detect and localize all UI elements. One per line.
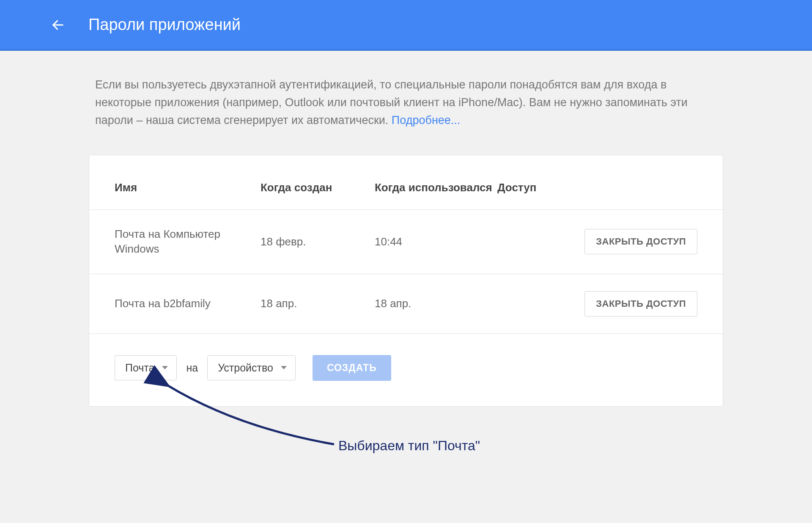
create-button[interactable]: СОЗДАТЬ [313,355,391,381]
app-type-value: Почта [125,362,154,374]
device-dropdown[interactable]: Устройство [207,355,296,380]
create-row: Почта на Устройство СОЗДАТЬ [89,334,723,406]
content: Если вы пользуетесь двухэтапной аутентиф… [0,51,812,407]
col-header-created: Когда создан [261,181,375,195]
cell-used: 18 апр. [375,296,497,311]
page-header: Пароли приложений [0,0,812,51]
cell-name: Почта на Компьютер Windows [115,227,261,256]
separator-text: на [186,362,198,374]
passwords-card: Имя Когда создан Когда использовался Дос… [89,155,723,407]
page-description: Если вы пользуетесь двухэтапной аутентиф… [89,76,723,129]
cell-name: Почта на b2bfamily [115,296,261,311]
cell-created: 18 февр. [261,234,375,249]
app-type-dropdown[interactable]: Почта [115,355,177,380]
table-row: Почта на b2bfamily 18 апр. 18 апр. ЗАКРЫ… [89,274,723,334]
table-header-row: Имя Когда создан Когда использовался Дос… [89,155,723,210]
revoke-access-button[interactable]: ЗАКРЫТЬ ДОСТУП [584,229,697,254]
annotation-label: Выбираем тип "Почта" [338,438,480,454]
col-header-used: Когда использовался [375,181,497,195]
caret-down-icon [162,366,168,369]
back-arrow-icon[interactable] [51,18,65,32]
table-row: Почта на Компьютер Windows 18 февр. 10:4… [89,210,723,274]
cell-used: 10:44 [375,234,497,249]
device-value: Устройство [218,362,273,374]
col-header-access: Доступ [497,181,697,195]
learn-more-link[interactable]: Подробнее... [392,114,461,127]
caret-down-icon [281,366,287,369]
revoke-access-button[interactable]: ЗАКРЫТЬ ДОСТУП [584,291,697,317]
col-header-name: Имя [115,181,261,195]
cell-created: 18 апр. [261,296,375,311]
page-title: Пароли приложений [88,16,241,34]
